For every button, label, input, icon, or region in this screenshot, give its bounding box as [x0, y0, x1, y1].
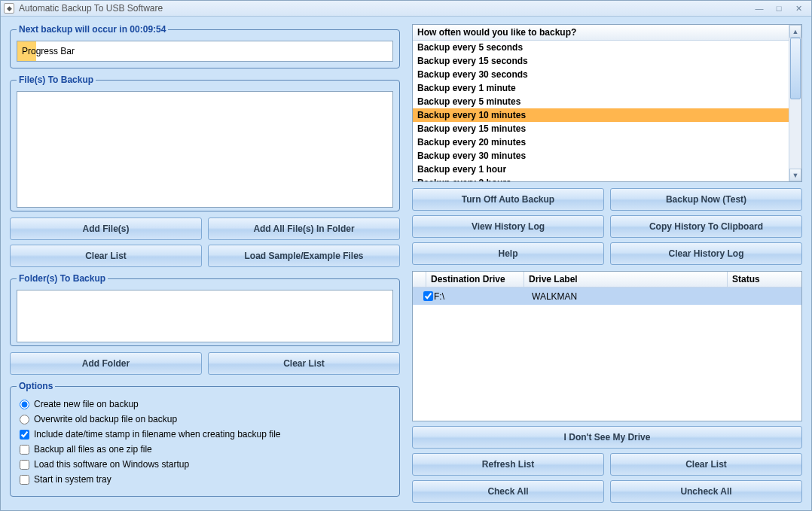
add-all-files-button[interactable]: Add All File(s) In Folder — [208, 217, 400, 240]
frequency-item[interactable]: Backup every 15 minutes — [413, 122, 789, 135]
frequency-item[interactable]: Backup every 10 minutes — [413, 108, 789, 122]
folders-list[interactable] — [17, 290, 393, 342]
uncheck-all-button[interactable]: Uncheck All — [610, 480, 802, 503]
app-window: ◆ Automatic Backup To USB Software — □ ✕… — [0, 0, 812, 511]
clear-log-button[interactable]: Clear History Log — [610, 242, 802, 265]
drive-status — [731, 296, 740, 297]
drive-header: Destination Drive Drive Label Status — [413, 272, 801, 287]
dont-see-drive-button[interactable]: I Don't See My Drive — [412, 426, 802, 449]
refresh-list-button[interactable]: Refresh List — [412, 453, 604, 476]
scroll-thumb[interactable] — [790, 38, 801, 99]
files-list[interactable] — [17, 91, 393, 208]
option-tray-label: Start in system tray — [34, 474, 111, 485]
option-create-new-label: Create new file on backup — [34, 399, 139, 409]
check-all-button[interactable]: Check All — [412, 480, 604, 503]
next-backup-panel: Next backup will occur in 00:09:54 Progr… — [10, 24, 400, 68]
files-legend: File(s) To Backup — [17, 75, 96, 85]
add-files-button[interactable]: Add File(s) — [10, 217, 202, 240]
copy-log-button[interactable]: Copy History To Clipboard — [610, 215, 802, 238]
option-startup[interactable]: Load this software on Windows startup — [20, 459, 390, 470]
options-panel: Options Create new file on backup Overwr… — [10, 381, 400, 497]
drive-name: F:\ — [429, 290, 527, 303]
drive-header-dest[interactable]: Destination Drive — [426, 272, 524, 287]
left-column: Next backup will occur in 00:09:54 Progr… — [10, 24, 400, 503]
titlebar: ◆ Automatic Backup To USB Software — □ ✕ — [1, 1, 811, 17]
frequency-panel: How often would you like to backup? Back… — [412, 24, 802, 182]
maximize-button[interactable]: □ — [769, 2, 789, 15]
option-datetime-label: Include date/time stamp in filename when… — [34, 429, 281, 440]
option-startup-label: Load this software on Windows startup — [34, 459, 189, 470]
add-folder-button[interactable]: Add Folder — [10, 352, 202, 375]
folders-panel: Folder(s) To Backup — [10, 273, 400, 346]
app-icon: ◆ — [4, 3, 14, 14]
options-legend: Options — [17, 381, 55, 391]
next-backup-legend: Next backup will occur in 00:09:54 — [17, 24, 168, 35]
progress-wrap: Progress Bar — [17, 41, 393, 62]
frequency-item[interactable]: Backup every 5 seconds — [413, 41, 789, 54]
drive-label: WALKMAN — [527, 290, 731, 303]
checkbox-zip[interactable] — [20, 445, 29, 455]
frequency-item[interactable]: Backup every 20 minutes — [413, 135, 789, 149]
scroll-up-icon[interactable]: ▲ — [789, 25, 801, 38]
turn-off-button[interactable]: Turn Off Auto Backup — [412, 188, 604, 211]
frequency-item[interactable]: Backup every 30 seconds — [413, 68, 789, 81]
frequency-item[interactable]: Backup every 1 hour — [413, 163, 789, 176]
drive-row[interactable]: F:\WALKMAN — [413, 287, 801, 305]
close-button[interactable]: ✕ — [789, 2, 808, 15]
radio-create-new[interactable] — [20, 400, 29, 409]
frequency-header: How often would you like to backup? — [413, 25, 789, 41]
option-overwrite[interactable]: Overwrite old backup file on backup — [20, 414, 390, 424]
folders-legend: Folder(s) To Backup — [17, 273, 108, 284]
frequency-item[interactable]: Backup every 30 minutes — [413, 149, 789, 163]
drive-header-label[interactable]: Drive Label — [524, 272, 728, 287]
scroll-track[interactable] — [789, 38, 801, 169]
checkbox-startup[interactable] — [20, 460, 29, 470]
backup-now-button[interactable]: Backup Now (Test) — [610, 188, 802, 211]
scroll-down-icon[interactable]: ▼ — [789, 169, 801, 181]
clear-file-list-button[interactable]: Clear List — [10, 245, 202, 267]
minimize-button[interactable]: — — [749, 2, 769, 15]
frequency-item[interactable]: Backup every 15 seconds — [413, 54, 789, 68]
checkbox-tray[interactable] — [20, 475, 29, 485]
help-button[interactable]: Help — [412, 242, 604, 265]
checkbox-datetime[interactable] — [20, 430, 29, 440]
option-datetime[interactable]: Include date/time stamp in filename when… — [20, 429, 390, 440]
drive-header-status[interactable]: Status — [728, 272, 801, 287]
option-tray[interactable]: Start in system tray — [20, 474, 390, 485]
view-log-button[interactable]: View History Log — [412, 215, 604, 238]
frequency-item[interactable]: Backup every 1 minute — [413, 81, 789, 95]
scrollbar[interactable]: ▲ ▼ — [789, 25, 801, 181]
clear-folder-list-button[interactable]: Clear List — [208, 352, 400, 375]
files-panel: File(s) To Backup — [10, 75, 400, 211]
frequency-item[interactable]: Backup every 2 hours — [413, 176, 789, 181]
radio-overwrite[interactable] — [20, 415, 29, 424]
frequency-list[interactable]: How often would you like to backup? Back… — [413, 25, 789, 181]
clear-drive-list-button[interactable]: Clear List — [610, 453, 802, 476]
progress-label: Progress Bar — [17, 46, 75, 56]
right-column: How often would you like to backup? Back… — [412, 24, 802, 503]
drive-panel: Destination Drive Drive Label Status F:\… — [412, 271, 802, 421]
option-zip[interactable]: Backup all files as one zip file — [20, 444, 390, 455]
load-sample-button[interactable]: Load Sample/Example Files — [208, 245, 400, 267]
frequency-item[interactable]: Backup every 5 minutes — [413, 95, 789, 108]
option-overwrite-label: Overwrite old backup file on backup — [34, 414, 177, 424]
content-area: Next backup will occur in 00:09:54 Progr… — [1, 17, 811, 510]
window-title: Automatic Backup To USB Software — [19, 3, 749, 14]
option-zip-label: Backup all files as one zip file — [34, 444, 152, 455]
option-create-new[interactable]: Create new file on backup — [20, 399, 390, 409]
